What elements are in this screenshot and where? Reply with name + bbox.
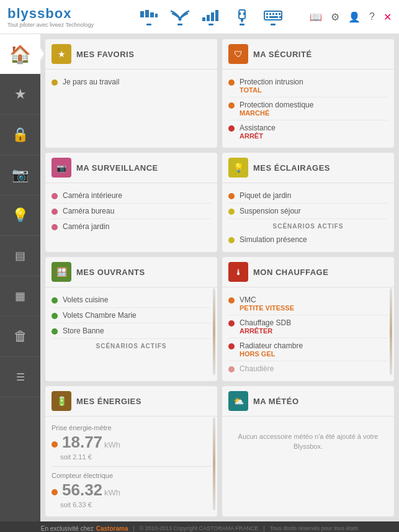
list-item[interactable]: Store Banne [52, 323, 211, 339]
eclairages-section-label: SCÉNARIOS ACTIFS [228, 219, 388, 232]
wifi-dot [177, 24, 182, 25]
radiator-icon: ▤ [15, 249, 25, 263]
list-item[interactable]: Protection intrusion TOTAL [228, 74, 388, 97]
help-icon[interactable]: ? [369, 11, 375, 22]
sidebar-item-security[interactable]: 🔒 [0, 115, 40, 155]
network-nav-icon[interactable] [139, 9, 159, 25]
bulb-card-icon: 💡 [233, 163, 244, 173]
chauf-item-3: Radiateur chambre HORS GEL [240, 341, 303, 358]
sidebar-item-heating[interactable]: ▦ [0, 276, 40, 317]
energy-item-2[interactable]: Compteur électrique 56.32 kWh soit 6.33 … [52, 467, 211, 512]
eclairages-header-icon: 💡 [228, 158, 248, 178]
signal-nav-icon[interactable] [201, 9, 221, 25]
wifi-nav-icon[interactable] [170, 9, 190, 25]
list-item[interactable]: Piquet de jardin [228, 188, 388, 204]
book-icon[interactable]: 📖 [310, 11, 322, 23]
close-icon[interactable]: ✕ [383, 11, 392, 23]
chauf-label-1: VMC [240, 295, 294, 304]
list-item[interactable]: Suspension séjour [228, 204, 388, 219]
footer-sep: | [133, 525, 134, 531]
svg-rect-21 [269, 16, 278, 18]
favoris-header-icon: ★ [52, 44, 71, 64]
chauffage-header-icon: 🌡 [228, 262, 248, 282]
ouv-label-2: Volets Chambre Marie [63, 311, 137, 320]
ouv-label-3: Store Banne [63, 327, 104, 335]
row-3: 🪟 MES OUVRANTS Volets cuisine Volets Cha… [45, 257, 394, 381]
dot-securite-1 [228, 79, 235, 86]
bin-icon: 🗑 [14, 328, 27, 345]
weather-card-icon: ⛅ [233, 396, 244, 406]
list-item[interactable]: Je pars au travail [52, 74, 211, 89]
home-icon: 🏠 [9, 44, 31, 65]
plug-nav-icon[interactable] [232, 9, 252, 25]
ecl-scenario-label: Simulation présence [240, 235, 307, 244]
card-ouvrants-header: 🪟 MES OUVRANTS [45, 257, 217, 287]
list-item[interactable]: Protection domestique MARCHÉ [228, 97, 388, 120]
dot-ecl-scenario [228, 237, 235, 243]
list-item[interactable]: Volets Chambre Marie [52, 308, 211, 323]
card-eclairages-header: 💡 MES ÉCLAIRAGES [222, 153, 394, 183]
main-layout: 🏠 ★ 🔒 📷 💡 ▤ ▦ 🗑 ☰ [0, 34, 399, 521]
energy-scroll-indicator[interactable] [213, 417, 215, 510]
meteo-title: MA MÉTÉO [253, 397, 299, 406]
keyboard-nav-icon[interactable] [263, 9, 283, 25]
sidebar-item-favorites[interactable]: ★ [0, 74, 40, 115]
meteo-empty-text: Aucun accessoire météo n'a été ajouté à … [228, 431, 388, 452]
energy-val-1: 18.77 [62, 433, 102, 452]
sidebar-item-radiator[interactable]: ▤ [0, 236, 40, 276]
chauf-status-1: PETITE VITESSE [240, 304, 294, 312]
camera-card-icon: 📷 [56, 163, 66, 173]
sidebar-item-home[interactable]: 🏠 [0, 34, 40, 74]
list-item[interactable]: Caméra jardin [52, 219, 211, 234]
sidebar-item-bin[interactable]: 🗑 [0, 317, 40, 357]
securite-item-2: Protection domestique MARCHÉ [240, 101, 313, 117]
favoris-body: Je pars au travail [45, 70, 217, 94]
scroll-indicator[interactable] [213, 288, 215, 375]
dot-ouv-2 [52, 313, 58, 319]
list-item[interactable]: Chauffage SDB ARRÊTER [228, 315, 388, 338]
surv-label-1: Caméra intérieure [63, 191, 122, 200]
securite-body: Protection intrusion TOTAL Protection do… [222, 70, 394, 148]
securite-label-3: Assistance [240, 124, 276, 132]
list-item[interactable]: Chaudière [228, 361, 388, 376]
sidebar-item-light[interactable]: 💡 [0, 196, 40, 236]
chauf-status-3: HORS GEL [240, 350, 303, 358]
energy-item-1[interactable]: Prise énergie-mètre 18.77 kWh soit 2.11 … [52, 422, 211, 467]
network-dot [146, 24, 151, 25]
energy-label-1: Prise énergie-mètre [52, 424, 112, 431]
gear-icon[interactable]: ⚙ [331, 11, 339, 23]
chauffage-scroll-indicator[interactable] [390, 288, 392, 375]
favoris-title: MES FAVORIS [76, 50, 134, 59]
energy-sub-row-1: soit 2.11 € [60, 452, 211, 461]
surveillance-body: Caméra intérieure Caméra bureau Caméra j… [45, 183, 217, 239]
list-item[interactable]: Radiateur chambre HORS GEL [228, 338, 388, 361]
ouvrants-title: MES OUVRANTS [76, 268, 145, 277]
chauffage-body: VMC PETITE VITESSE Chauffage SDB ARRÊTER [222, 287, 394, 381]
footer-copyright: © 2010-2013 Copyright CASTORAMA FRANCE [140, 525, 259, 531]
sidebar-item-camera[interactable]: 📷 [0, 155, 40, 196]
chauf-label-4: Chaudière [240, 364, 274, 373]
user-icon[interactable]: 👤 [348, 11, 361, 23]
list-item[interactable]: Caméra bureau [52, 204, 211, 219]
securite-item-3: Assistance ARRÊT [240, 124, 276, 140]
list-item[interactable]: VMC PETITE VITESSE [228, 292, 388, 315]
ecl-label-2: Suspension séjour [240, 207, 301, 215]
card-favoris-header: ★ MES FAVORIS [45, 39, 217, 70]
list-item[interactable]: Simulation présence [228, 232, 388, 247]
sidebar-item-filter[interactable]: ☰ [0, 357, 40, 397]
list-item[interactable]: Caméra intérieure [52, 188, 211, 204]
chauf-item-1: VMC PETITE VITESSE [240, 295, 294, 312]
energy-sub-1: soit 2.11 € [60, 453, 92, 461]
star-header-icon: ★ [58, 49, 66, 59]
list-item[interactable]: Assistance ARRÊT [228, 120, 388, 143]
dot-securite-2 [228, 102, 235, 109]
svg-rect-18 [276, 13, 277, 15]
energy-label-row-2: Compteur électrique [52, 472, 211, 479]
svg-rect-6 [207, 15, 210, 21]
card-chauffage-header: 🌡 MON CHAUFFAGE [222, 257, 394, 287]
chauf-item-2: Chauffage SDB ARRÊTER [240, 318, 291, 335]
ouvrants-section-label: SCÉNARIOS ACTIFS [52, 339, 211, 352]
favoris-item-1-text: Je pars au travail [63, 78, 119, 86]
list-item[interactable]: Volets cuisine [52, 292, 211, 308]
energy-value-row-1: 18.77 kWh [52, 433, 211, 452]
